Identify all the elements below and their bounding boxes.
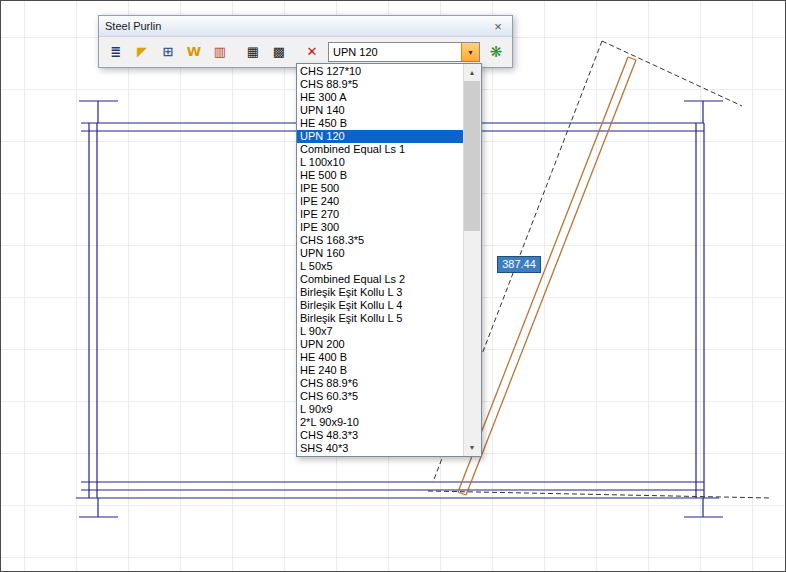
- profile-option[interactable]: IPE 300: [297, 221, 464, 234]
- delete-icon[interactable]: ✕: [300, 41, 324, 63]
- profile-option[interactable]: Combined Equal Ls 2: [297, 273, 464, 286]
- scroll-down-icon[interactable]: ▼: [464, 439, 480, 456]
- dense-grid-icon[interactable]: ▦: [241, 41, 265, 63]
- profile-option[interactable]: HE 450 B: [297, 117, 464, 130]
- profile-option[interactable]: HE 300 A: [297, 91, 464, 104]
- profile-option[interactable]: CHS 127*10: [297, 65, 464, 78]
- w-profile-icon[interactable]: W: [182, 41, 206, 63]
- chevron-down-icon[interactable]: ▼: [461, 43, 479, 61]
- profile-dropdown: CHS 127*10CHS 88.9*5HE 300 AUPN 140HE 45…: [296, 63, 482, 457]
- profile-option[interactable]: IPE 500: [297, 182, 464, 195]
- steel-purlin-dialog: Steel Purlin × ≣◤⊞W▥▦▩✕ UPN 120 ▼ ❋: [98, 15, 513, 68]
- profile-option[interactable]: L 90x7: [297, 325, 464, 338]
- profile-option[interactable]: HE 400 B: [297, 351, 464, 364]
- dropdown-scrollbar[interactable]: ▲ ▼: [463, 64, 481, 456]
- profile-option[interactable]: L 50x5: [297, 260, 464, 273]
- profile-option[interactable]: 2*L 90x9-10: [297, 416, 464, 429]
- profile-option[interactable]: Combined Equal Ls 1: [297, 143, 464, 156]
- section-manager-icon[interactable]: ❋: [484, 41, 508, 63]
- profile-combobox[interactable]: UPN 120 ▼: [328, 42, 480, 62]
- profile-option[interactable]: Birleşik Eşit Kollu L 3: [297, 286, 464, 299]
- profile-option[interactable]: CHS 88.9*6: [297, 377, 464, 390]
- close-icon[interactable]: ×: [490, 19, 506, 34]
- profile-option[interactable]: UPN 140: [297, 104, 464, 117]
- profile-option[interactable]: UPN 200: [297, 338, 464, 351]
- profile-option[interactable]: UPN 160: [297, 247, 464, 260]
- profile-option[interactable]: CHS 48.3*3: [297, 429, 464, 442]
- bracing-icon[interactable]: ⊞: [156, 41, 180, 63]
- cad-window: 387.44 Steel Purlin × ≣◤⊞W▥▦▩✕ UPN 120 ▼…: [0, 0, 786, 572]
- profile-option-list: CHS 127*10CHS 88.9*5HE 300 AUPN 140HE 45…: [297, 65, 464, 456]
- dialog-titlebar[interactable]: Steel Purlin ×: [99, 16, 512, 37]
- profile-option[interactable]: Birleşik Eşit Kollu L 4: [297, 299, 464, 312]
- profile-option[interactable]: CHS 168.3*5: [297, 234, 464, 247]
- profile-option[interactable]: SHS 40*3: [297, 442, 464, 455]
- dialog-title: Steel Purlin: [105, 20, 161, 32]
- profile-option[interactable]: Birleşik Eşit Kollu L 5: [297, 312, 464, 325]
- profile-option[interactable]: IPE 240: [297, 195, 464, 208]
- profile-option[interactable]: HE 240 B: [297, 364, 464, 377]
- profile-option[interactable]: CHS 88.9*5: [297, 78, 464, 91]
- dimension-input[interactable]: 387.44: [497, 256, 541, 273]
- grid-icon[interactable]: ▩: [267, 41, 291, 63]
- combobox-value[interactable]: UPN 120: [329, 46, 461, 58]
- profile-option[interactable]: IPE 270: [297, 208, 464, 221]
- profile-option[interactable]: UPN 120: [297, 130, 464, 143]
- roof-plane-icon[interactable]: ◤: [130, 41, 154, 63]
- scroll-up-icon[interactable]: ▲: [464, 64, 480, 81]
- profile-option[interactable]: HE 500 B: [297, 169, 464, 182]
- profile-option[interactable]: L 90x9: [297, 403, 464, 416]
- toolbar-icon-group: ≣◤⊞W▥▦▩✕: [103, 41, 325, 63]
- wall-hatch-icon[interactable]: ▥: [208, 41, 232, 63]
- profile-option[interactable]: L 100x10: [297, 156, 464, 169]
- purlin-lines-icon[interactable]: ≣: [104, 41, 128, 63]
- profile-option[interactable]: CHS 60.3*5: [297, 390, 464, 403]
- scrollbar-thumb[interactable]: [464, 81, 480, 231]
